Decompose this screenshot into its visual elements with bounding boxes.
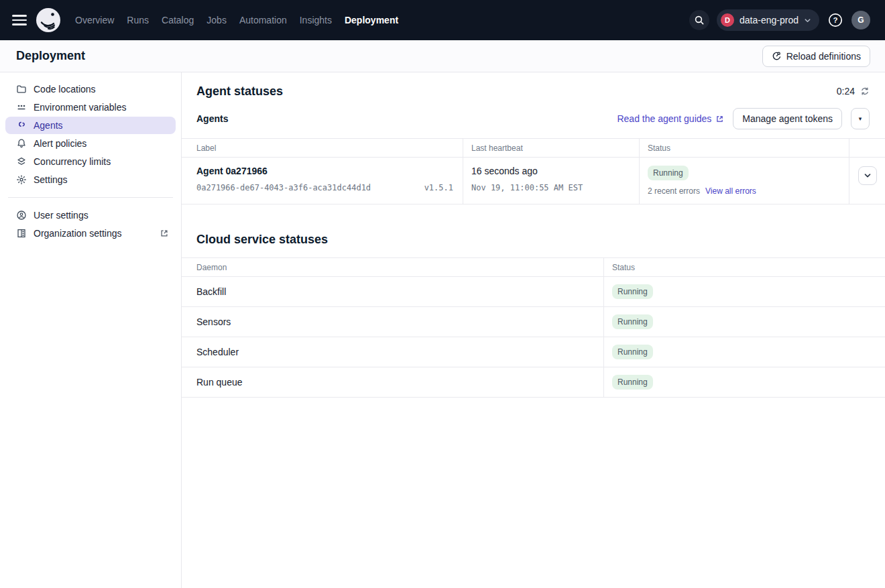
sidebar-item-agents[interactable]: Agents <box>5 117 176 134</box>
sidebar-item-label: User settings <box>34 210 88 221</box>
agents-table: Label Last heartbeat Status Agent 0a2719… <box>182 138 885 204</box>
main-content: Agent statuses 0:24 Agents Read the agen… <box>182 72 885 588</box>
agent-row: Agent 0a271966 0a271966-de67-4043-a3f6-a… <box>182 158 885 204</box>
column-header-status: Status <box>604 258 885 276</box>
hamburger-menu-icon[interactable] <box>12 12 28 28</box>
heartbeat-timestamp: Nov 19, 11:00:55 AM EST <box>471 183 631 192</box>
view-all-errors-link[interactable]: View all errors <box>705 186 756 196</box>
status-badge: Running <box>612 375 653 390</box>
reload-icon <box>772 51 782 61</box>
daemon-name: Run queue <box>182 367 604 397</box>
heartbeat-relative: 16 seconds ago <box>471 166 631 176</box>
agent-icon <box>16 120 27 131</box>
sidebar-item-label: Alert policies <box>34 138 86 149</box>
chevron-down-icon <box>864 172 872 180</box>
svg-text:?: ? <box>833 16 837 24</box>
user-avatar[interactable]: G <box>851 11 870 30</box>
sidebar-item-environment-variables[interactable]: Environment variables <box>5 99 176 116</box>
sidebar-item-label: Concurrency limits <box>34 156 111 167</box>
sidebar-divider <box>8 197 173 198</box>
primary-nav: Overview Runs Catalog Jobs Automation In… <box>75 15 398 25</box>
status-badge: Running <box>612 314 653 329</box>
layers-icon <box>16 156 27 167</box>
daemon-row: Sensors Running <box>182 307 885 337</box>
column-header-label: Label <box>182 139 463 157</box>
daemon-row: Backfill Running <box>182 277 885 307</box>
daemon-row: Run queue Running <box>182 367 885 398</box>
sidebar-item-concurrency-limits[interactable]: Concurrency limits <box>5 153 176 170</box>
cloud-table-header: Daemon Status <box>182 258 885 277</box>
sidebar-item-label: Settings <box>34 174 68 185</box>
sidebar-item-settings[interactable]: Settings <box>5 171 176 188</box>
sidebar-item-label: Organization settings <box>34 228 122 239</box>
sidebar-item-label: Code locations <box>34 84 96 95</box>
sidebar-item-code-locations[interactable]: Code locations <box>5 80 176 98</box>
agents-more-actions-button[interactable]: ▾ <box>851 108 870 129</box>
agent-name: Agent 0a271966 <box>196 166 455 176</box>
agent-id: 0a271966-de67-4043-a3f6-aca31dc44d1d <box>196 183 371 192</box>
nav-deployment[interactable]: Deployment <box>345 15 398 25</box>
daemon-row: Scheduler Running <box>182 337 885 367</box>
deployment-sidebar: Code locations Environment variables Age… <box>0 72 182 588</box>
search-button[interactable] <box>689 10 709 30</box>
column-header-daemon: Daemon <box>182 258 604 276</box>
variables-icon <box>16 102 27 113</box>
user-icon <box>16 210 27 221</box>
agent-version: v1.5.1 <box>424 183 453 192</box>
column-header-last-heartbeat: Last heartbeat <box>463 139 640 157</box>
top-navbar: Overview Runs Catalog Jobs Automation In… <box>0 0 885 40</box>
deployment-switcher[interactable]: D data-eng-prod <box>717 9 819 31</box>
nav-catalog[interactable]: Catalog <box>162 15 194 25</box>
nav-automation[interactable]: Automation <box>239 15 287 25</box>
daemon-name: Backfill <box>182 277 604 306</box>
sidebar-item-label: Agents <box>34 120 63 131</box>
agents-heading: Agents <box>196 113 228 124</box>
cloud-services-table: Daemon Status Backfill Running Sensors R… <box>182 257 885 398</box>
deployment-initial-badge: D <box>721 13 734 27</box>
organization-icon <box>16 228 27 239</box>
page-header: Deployment Reload definitions <box>0 40 885 72</box>
refresh-countdown: 0:24 <box>837 86 855 97</box>
nav-jobs[interactable]: Jobs <box>206 15 227 25</box>
nav-overview[interactable]: Overview <box>75 15 114 25</box>
folder-icon <box>16 84 27 95</box>
reload-definitions-button[interactable]: Reload definitions <box>762 46 870 67</box>
status-badge: Running <box>612 284 653 299</box>
sidebar-item-alert-policies[interactable]: Alert policies <box>5 135 176 152</box>
search-icon <box>694 15 705 25</box>
help-button[interactable]: ? <box>827 11 844 29</box>
sidebar-item-user-settings[interactable]: User settings <box>5 207 176 224</box>
cloud-service-statuses-title: Cloud service statuses <box>196 233 870 247</box>
column-header-status: Status <box>640 139 849 157</box>
expand-agent-row-button[interactable] <box>858 166 877 185</box>
status-badge: Running <box>612 345 653 359</box>
recent-errors-count: 2 recent errors <box>648 186 700 196</box>
deployment-name: data-eng-prod <box>740 15 799 25</box>
agent-statuses-title: Agent statuses <box>196 84 283 99</box>
status-badge: Running <box>648 166 689 180</box>
refresh-icon[interactable] <box>860 86 870 96</box>
sidebar-item-organization-settings[interactable]: Organization settings <box>5 225 176 242</box>
sidebar-item-label: Environment variables <box>34 102 127 113</box>
bell-icon <box>16 138 27 149</box>
dagster-logo[interactable] <box>36 8 60 32</box>
daemon-name: Sensors <box>182 307 604 337</box>
agents-table-header: Label Last heartbeat Status <box>182 139 885 158</box>
manage-agent-tokens-button[interactable]: Manage agent tokens <box>733 108 842 129</box>
gear-icon <box>16 174 27 185</box>
external-link-icon <box>715 115 724 123</box>
daemon-name: Scheduler <box>182 337 604 367</box>
agent-guides-link[interactable]: Read the agent guides <box>617 113 724 124</box>
external-link-icon <box>160 229 169 238</box>
question-mark-icon: ? <box>827 12 843 28</box>
nav-runs[interactable]: Runs <box>127 15 149 25</box>
page-title: Deployment <box>16 49 85 63</box>
caret-down-icon: ▾ <box>859 115 862 122</box>
nav-insights[interactable]: Insights <box>300 15 332 25</box>
chevron-down-icon <box>804 17 811 24</box>
